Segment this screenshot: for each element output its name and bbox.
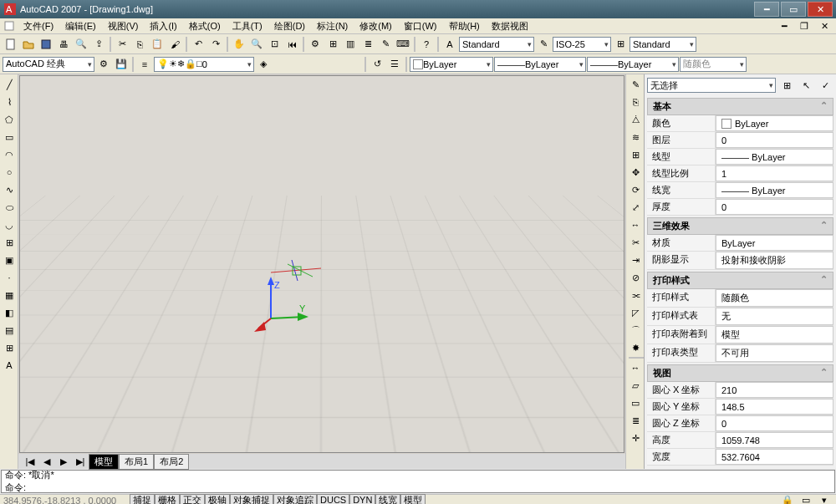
list-icon[interactable]: ≣: [627, 412, 644, 429]
gradient-icon[interactable]: ◧: [1, 304, 18, 321]
prop-value[interactable]: 1: [716, 165, 833, 181]
extend-icon[interactable]: ⇥: [627, 252, 644, 268]
preview-icon[interactable]: 🔍: [73, 36, 89, 53]
circle-icon[interactable]: ○: [1, 164, 18, 181]
copy-tool-icon[interactable]: ⎘: [627, 94, 644, 110]
point-icon[interactable]: ·: [1, 269, 18, 286]
rotate-icon[interactable]: ⟳: [627, 181, 644, 198]
toolpal-icon[interactable]: ▥: [342, 36, 359, 53]
offset-icon[interactable]: ≋: [627, 129, 644, 145]
stretch-icon[interactable]: ↔: [627, 216, 644, 233]
maximize-button[interactable]: ▭: [781, 2, 806, 17]
move-icon[interactable]: ✥: [627, 164, 644, 181]
prop-value[interactable]: 无: [716, 308, 833, 325]
erase-icon[interactable]: ✎: [627, 76, 644, 93]
insert-icon[interactable]: ⊞: [1, 234, 18, 251]
prop-group-title[interactable]: 三维效果⌃: [647, 217, 833, 235]
publish-icon[interactable]: ⇪: [90, 36, 107, 53]
mdi-close-button[interactable]: ✕: [816, 18, 833, 34]
region-tool-icon[interactable]: ▭: [627, 395, 644, 411]
status-toggle[interactable]: 对象捕捉: [230, 494, 273, 504]
pan-icon[interactable]: ✋: [231, 36, 247, 53]
layerprev-icon[interactable]: ↺: [369, 56, 385, 73]
menu-help[interactable]: 帮助(H): [446, 20, 483, 33]
statusbar-menu-icon[interactable]: ▾: [816, 492, 833, 505]
prop-value[interactable]: ——— ByLayer: [716, 182, 833, 198]
array-icon[interactable]: ⊞: [627, 146, 644, 163]
region-icon[interactable]: ▤: [1, 322, 18, 339]
dcenter-icon[interactable]: ⊞: [324, 36, 341, 53]
pickadd-icon[interactable]: ✓: [817, 77, 833, 94]
pline-icon[interactable]: ⌇: [1, 94, 18, 110]
color-drop[interactable]: ByLayer: [410, 57, 493, 72]
polygon-icon[interactable]: ⬠: [1, 111, 18, 128]
menu-window[interactable]: 窗口(W): [400, 20, 441, 33]
tablestyle-icon[interactable]: ⊞: [612, 36, 629, 53]
menu-tools[interactable]: 工具(T): [229, 20, 266, 33]
redo-icon[interactable]: ↷: [207, 36, 224, 53]
layer-drop[interactable]: 💡☀❄🔒□ 0: [154, 57, 254, 72]
matchprop-icon[interactable]: 🖌: [166, 36, 183, 53]
menu-dataview[interactable]: 数据视图: [488, 20, 532, 33]
mdi-minimize-button[interactable]: ━: [776, 18, 793, 34]
block-icon[interactable]: ▣: [1, 252, 18, 268]
trim-icon[interactable]: ✂: [627, 234, 644, 251]
props-icon[interactable]: ⚙: [307, 36, 324, 53]
menu-file[interactable]: 文件(F): [20, 20, 57, 33]
layerstate-icon[interactable]: ☰: [386, 56, 403, 73]
tab-nav-prev-icon[interactable]: ◀: [38, 453, 55, 470]
mirror-icon[interactable]: ⧊: [627, 111, 644, 128]
rectangle-icon[interactable]: ▭: [1, 129, 18, 145]
prop-value[interactable]: 148.5: [716, 399, 833, 415]
status-toggle[interactable]: 模型: [400, 494, 426, 504]
command-window[interactable]: 命令: *取消* 命令:: [1, 470, 835, 493]
zoomwin-icon[interactable]: ⊡: [266, 36, 283, 53]
prop-value[interactable]: 0: [716, 199, 833, 215]
calc-icon[interactable]: ⌨: [395, 36, 411, 53]
prop-value[interactable]: 随颜色: [716, 289, 833, 307]
prop-group-title[interactable]: 打印样式⌃: [647, 272, 833, 289]
tab-layout2[interactable]: 布局2: [154, 454, 189, 470]
layeriso-icon[interactable]: ◈: [255, 56, 272, 73]
hatch-icon[interactable]: ▦: [1, 287, 18, 303]
dimstyle-icon[interactable]: ✎: [535, 36, 552, 53]
print-icon[interactable]: 🖶: [55, 36, 72, 53]
line-icon[interactable]: ╱: [1, 76, 18, 93]
menu-dimension[interactable]: 标注(N): [314, 20, 351, 33]
join-icon[interactable]: ⫘: [627, 287, 644, 303]
area-icon[interactable]: ▱: [627, 377, 644, 394]
tab-layout1[interactable]: 布局1: [119, 454, 154, 470]
status-toggle[interactable]: 捕捉: [130, 494, 155, 504]
status-toggle[interactable]: DYN: [349, 494, 375, 504]
ellipse-icon[interactable]: ⬭: [1, 199, 18, 216]
prop-value[interactable]: 投射和接收阴影: [716, 252, 833, 269]
spline-icon[interactable]: ∿: [1, 181, 18, 198]
prop-value[interactable]: 532.7604: [716, 449, 833, 465]
save-icon[interactable]: [38, 36, 54, 53]
scale-icon[interactable]: ⤢: [627, 199, 644, 216]
tab-nav-next-icon[interactable]: ▶: [55, 453, 72, 470]
explode-icon[interactable]: ✸: [627, 339, 644, 356]
paste-icon[interactable]: 📋: [149, 36, 166, 53]
status-toggle[interactable]: 栅格: [155, 494, 180, 504]
menu-view[interactable]: 视图(V): [104, 20, 142, 33]
cleanscreen-icon[interactable]: ▭: [798, 492, 814, 505]
prop-value[interactable]: 1059.748: [716, 432, 833, 448]
tab-model[interactable]: 模型: [89, 454, 119, 470]
linetype-drop[interactable]: ——— ByLayer: [494, 57, 586, 72]
tab-nav-first-icon[interactable]: |◀: [22, 453, 38, 470]
table-icon[interactable]: ⊞: [1, 339, 18, 356]
prop-group-title[interactable]: 基本⌃: [647, 98, 833, 115]
canvas[interactable]: Z Y: [19, 75, 624, 453]
zoom-icon[interactable]: 🔍: [248, 36, 265, 53]
prop-value[interactable]: 0: [716, 132, 833, 148]
status-toggle[interactable]: 极轴: [205, 494, 230, 504]
chamfer-icon[interactable]: ◸: [627, 304, 644, 321]
status-toggle[interactable]: 正交: [180, 494, 205, 504]
copy-icon[interactable]: ⎘: [131, 36, 148, 53]
prop-value[interactable]: 0: [716, 415, 833, 431]
ws-save-icon[interactable]: 💾: [113, 56, 130, 73]
menu-modify[interactable]: 修改(M): [356, 20, 395, 33]
id-icon[interactable]: ✛: [627, 430, 644, 446]
close-button[interactable]: ✕: [808, 2, 833, 17]
